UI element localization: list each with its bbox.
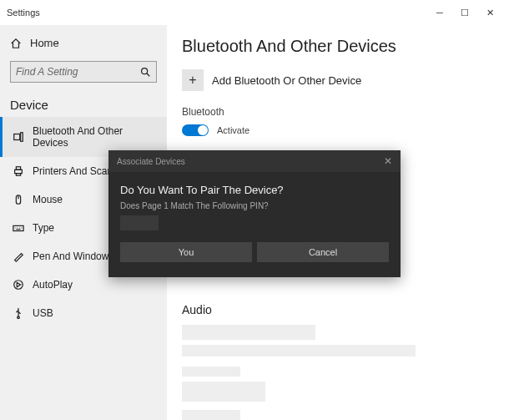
sidebar-item-label: Mouse [33,194,63,205]
dialog-question: Do You Want To Pair The Device? [120,184,389,196]
add-device-label: Add Bluetooth Or Other Device [212,74,361,87]
placeholder-block [182,325,315,340]
bluetooth-toggle[interactable] [182,124,209,136]
dialog-title: Associate Devices [117,157,384,166]
dialog-message: Does Page 1 Match The Following PIN? [120,201,389,210]
placeholder-block [182,345,416,357]
home-icon [10,38,22,49]
printer-icon [13,165,24,177]
autoplay-icon [13,279,24,291]
window-controls: ─ ☐ ✕ [427,1,502,24]
add-button[interactable]: + [182,69,204,91]
section-heading: Device [0,89,167,117]
audio-heading: Audio [182,303,494,316]
dialog-yes-button[interactable]: You [120,242,252,262]
bluetooth-label: Bluetooth [182,106,494,118]
svg-point-0 [142,68,148,74]
add-device-row[interactable]: + Add Bluetooth Or Other Device [182,69,494,91]
maximize-button[interactable]: ☐ [452,1,477,24]
sidebar-item-label: Bluetooth And Other Devices [33,125,157,149]
svg-rect-5 [16,174,20,176]
devices-icon [13,131,24,143]
svg-rect-3 [15,170,23,173]
sidebar-item-label: Type [33,222,54,234]
svg-rect-2 [21,133,23,142]
page-title: Bluetooth And Other Devices [182,37,494,56]
dialog-cancel-button[interactable]: Cancel [257,242,389,262]
pin-display [120,215,159,230]
svg-rect-1 [14,134,20,140]
toggle-state-label: Activate [217,125,249,135]
home-link[interactable]: Home [0,32,167,54]
home-label: Home [30,37,59,49]
app-title: Settings [7,8,427,18]
sidebar-item-label: USB [33,307,53,319]
mouse-icon [13,194,24,205]
usb-icon [13,307,24,319]
dialog-header: Associate Devices ✕ [108,150,401,172]
placeholder-block [182,382,265,402]
plus-icon: + [189,73,196,88]
placeholder-block [182,367,240,377]
search-icon [139,66,151,78]
minimize-button[interactable]: ─ [427,1,452,24]
svg-rect-4 [16,167,20,170]
pair-dialog: Associate Devices ✕ Do You Want To Pair … [108,150,401,277]
sidebar-item-usb[interactable]: USB [0,299,167,327]
keyboard-icon [13,222,24,234]
titlebar: Settings ─ ☐ ✕ [0,0,509,25]
close-button[interactable]: ✕ [477,1,502,24]
search-input[interactable]: Find A Setting [10,61,157,83]
placeholder-block [182,410,240,420]
dialog-close-button[interactable]: ✕ [384,155,392,167]
pen-icon [13,250,24,262]
search-placeholder: Find A Setting [16,66,139,78]
sidebar-item-label: AutoPlay [33,279,73,291]
